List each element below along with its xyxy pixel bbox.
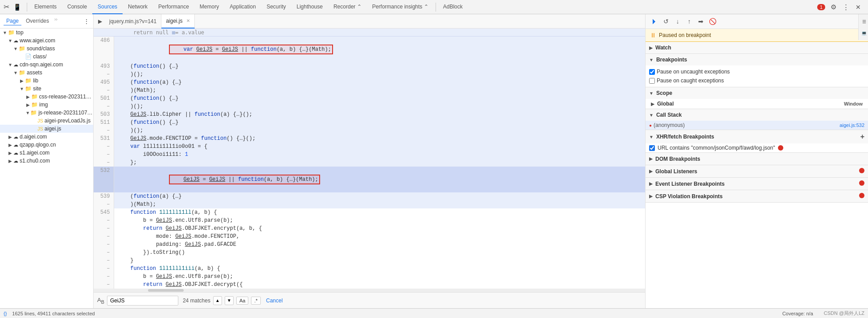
pause-caught-label[interactable]: Pause on caught exceptions xyxy=(649,77,724,84)
tree-item-qzapp[interactable]: ▶ ☁ qzapp.qlogo.cn xyxy=(0,141,93,149)
tab-performance[interactable]: Performance xyxy=(153,0,194,14)
global-listeners-header[interactable]: ▶ Global Listeners xyxy=(646,165,868,177)
regex-button[interactable]: .* xyxy=(251,297,260,305)
device-icon[interactable]: 📱 xyxy=(12,3,21,12)
tree-item-site[interactable]: ▼ 📁 site xyxy=(0,85,93,93)
line-code[interactable]: GeiJS = GeiJS || function(a, b) {…}(Math… xyxy=(114,167,645,192)
tab-adblock[interactable]: AdBlock xyxy=(438,0,468,14)
line-code[interactable]: function 1ll1lll1iii(a, b) { xyxy=(114,265,645,273)
step-button[interactable]: ➡ xyxy=(695,16,706,27)
tree-item-img[interactable]: ▶ 📁 img xyxy=(0,101,93,109)
deactivate-button[interactable]: 🚫 xyxy=(707,16,718,27)
step-into-button[interactable]: ↓ xyxy=(672,16,683,27)
search-cancel-button[interactable]: Cancel xyxy=(266,298,283,304)
tree-item-s1aigei[interactable]: ▶ ☁ s1.aigei.com xyxy=(0,149,93,157)
editor-tab-aigei[interactable]: aigei.js ✕ xyxy=(161,14,194,29)
line-code[interactable]: var GeiJS = GeiJS || function(a, b) {…}(… xyxy=(114,37,645,62)
line-code[interactable]: )(); xyxy=(114,102,645,110)
call-stack-item-anonymous[interactable]: ● (anonymous) aigei.js:532 xyxy=(646,121,868,130)
global-header[interactable]: ▶ Global Window xyxy=(649,100,864,108)
edge-icon-2[interactable]: 💻 xyxy=(859,28,868,38)
dom-breakpoints-header[interactable]: ▶ DOM Breakpoints xyxy=(646,153,868,165)
tab-memory[interactable]: Memory xyxy=(194,0,224,14)
line-code[interactable]: (function() {…} xyxy=(114,118,645,126)
line-code[interactable]: function 1ll1ll11ll(a, b) { xyxy=(114,208,645,216)
line-code[interactable]: (function(a) {…} xyxy=(114,78,645,86)
tree-item-lib[interactable]: ▶ 📁 lib xyxy=(0,77,93,85)
editor-tab-jquery[interactable]: jquery.min.js?v=141 xyxy=(105,14,161,29)
breakpoints-header[interactable]: ▼ Breakpoints xyxy=(646,54,868,65)
line-code[interactable]: }; xyxy=(114,159,645,167)
tree-item-class[interactable]: ▶ 📄 class/ xyxy=(0,53,93,61)
tab-security[interactable]: Security xyxy=(261,0,291,14)
tab-recorder[interactable]: Recorder ⌃ xyxy=(328,0,367,14)
gear-icon[interactable]: ⚙ xyxy=(829,3,838,12)
editor-tab-close[interactable]: ✕ xyxy=(186,18,190,23)
line-code[interactable]: )(); xyxy=(114,126,645,135)
sidebar-tab-page[interactable]: Page xyxy=(4,17,21,25)
step-over-button[interactable]: ↺ xyxy=(661,16,671,27)
line-code[interactable]: return GeiJS.OBJFJKET.encrypt(a, b, { xyxy=(114,224,645,232)
line-code[interactable]: mode: GeiJS.mode.FENCTIOP, xyxy=(114,232,645,241)
horizontal-scrollbar[interactable] xyxy=(94,289,645,292)
tab-console[interactable]: Console xyxy=(62,0,92,14)
scrollbar-thumb[interactable] xyxy=(148,289,184,292)
line-code[interactable]: padding: GeiJS.pad.GFACDE xyxy=(114,241,645,249)
tree-item-css[interactable]: ▶ 📁 css-release-202311070 xyxy=(0,93,93,101)
call-stack-header[interactable]: ▼ Call Stack xyxy=(646,109,868,121)
line-code[interactable]: return GeiJS.OBJFJKET.decrypt({ xyxy=(114,281,645,289)
tree-item-sound[interactable]: ▼ 📁 sound/class xyxy=(0,45,93,53)
search-next-button[interactable]: ▼ xyxy=(225,296,234,305)
more-icon[interactable]: ⋮ xyxy=(841,3,850,12)
sidebar-tab-overrides[interactable]: Overrides xyxy=(23,17,52,25)
code-editor[interactable]: return null ■= a.value 486 var GeiJS = G… xyxy=(94,29,645,289)
xhr-remove-button[interactable] xyxy=(778,145,783,151)
line-code[interactable]: GeiJS.mode.FENCTIOP = function() {…}(); xyxy=(114,135,645,143)
tab-performance-insights[interactable]: Performance insights ⌃ xyxy=(367,0,434,14)
tab-elements[interactable]: Elements xyxy=(29,0,62,14)
line-code[interactable]: } xyxy=(114,257,645,265)
tree-item-cdn[interactable]: ▼ ☁ cdn-sqn.aigei.com xyxy=(0,61,93,69)
line-code[interactable]: b = GeiJS.enc.Utf8.parse(b); xyxy=(114,273,645,281)
tree-item-assets[interactable]: ▼ 📁 assets xyxy=(0,69,93,77)
line-code[interactable]: (function() {…} xyxy=(114,94,645,102)
tab-lighthouse[interactable]: Lighthouse xyxy=(291,0,328,14)
sidebar-more-icon[interactable]: ›› xyxy=(54,17,58,25)
line-code[interactable]: (function() {…} xyxy=(114,62,645,70)
xhr-add-button[interactable]: + xyxy=(860,133,864,141)
pause-uncaught-checkbox[interactable] xyxy=(649,69,655,75)
line-code[interactable]: var l1ll1i1ll1io0o01 = { xyxy=(114,143,645,151)
tree-item-aigei[interactable]: ▶ JS aigei.js xyxy=(0,125,93,133)
tree-item-d[interactable]: ▶ ☁ d.aigei.com xyxy=(0,133,93,141)
line-code[interactable]: )(); xyxy=(114,70,645,78)
case-sensitive-button[interactable]: Aa xyxy=(236,297,248,305)
line-code[interactable]: (function(a) {…} xyxy=(114,192,645,200)
tab-network[interactable]: Network xyxy=(123,0,153,14)
line-code[interactable]: i0OOooi1i11: 1 xyxy=(114,151,645,159)
step-out-button[interactable]: ↑ xyxy=(684,16,695,27)
search-input[interactable] xyxy=(107,296,178,306)
search-prev-button[interactable]: ▲ xyxy=(213,296,222,305)
tree-item-s1chu0[interactable]: ▶ ☁ s1.chu0.com xyxy=(0,157,93,165)
event-listener-header[interactable]: ▶ Event Listener Breakpoints xyxy=(646,178,868,190)
pause-caught-checkbox[interactable] xyxy=(649,78,655,84)
tree-item-www[interactable]: ▼ ☁ www.aigei.com xyxy=(0,37,93,45)
line-code[interactable]: )(Math); xyxy=(114,86,645,94)
close-icon[interactable]: ✕ xyxy=(854,3,863,12)
scope-header[interactable]: ▼ Scope xyxy=(646,87,868,99)
expand-icon[interactable]: ▶ xyxy=(95,18,105,24)
tree-item-prevload[interactable]: ▶ JS aigei-prevLoadJs.js xyxy=(0,117,93,125)
line-code[interactable]: b = GeiJS.enc.Utf8.parse(b); xyxy=(114,216,645,224)
cursor-icon[interactable]: ✂ xyxy=(2,3,11,12)
csp-header[interactable]: ▶ CSP Violation Breakpoints xyxy=(646,190,868,202)
line-code[interactable]: }).toString() xyxy=(114,249,645,257)
sidebar-menu-icon[interactable]: ⋮ xyxy=(83,18,90,25)
xhr-checkbox[interactable] xyxy=(649,145,655,151)
edge-icon-1[interactable]: ☰ xyxy=(859,16,868,27)
resume-button[interactable]: ⏵ xyxy=(649,16,660,27)
pause-uncaught-label[interactable]: Pause on uncaught exceptions xyxy=(649,69,730,75)
xhr-header[interactable]: ▼ XHR/fetch Breakpoints + xyxy=(646,130,868,143)
tree-item-top[interactable]: ▼ 📁 top xyxy=(0,29,93,37)
tree-item-js-release[interactable]: ▼ 📁 js-release-20231107013… xyxy=(0,109,93,117)
watch-header[interactable]: ▶ Watch xyxy=(646,42,868,53)
